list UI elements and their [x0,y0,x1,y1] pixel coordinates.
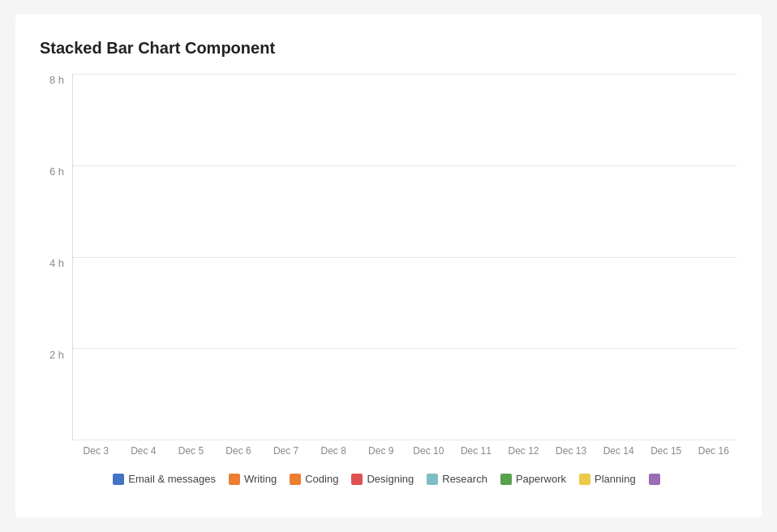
legend-label: Coding [305,473,338,485]
legend-label: Writing [244,473,277,485]
legend-item: Coding [290,473,338,485]
bar-group [264,74,311,440]
x-axis-label: Dec 4 [120,440,168,463]
bar-group [123,74,170,440]
legend: Email & messagesWritingCodingDesigningRe… [40,473,737,485]
legend-color-swatch [113,474,124,485]
legend-item: Writing [229,473,277,485]
x-axis-label: Dec 5 [167,440,215,463]
x-axis-label: Dec 8 [310,440,358,463]
x-axis-label: Dec 14 [595,440,642,463]
legend-color-swatch [290,474,301,485]
legend-label: Designing [367,473,414,485]
legend-color-swatch [649,474,660,485]
grid-line [73,440,737,440]
chart-area: 8 h6 h4 h2 h Dec 3Dec 4Dec 5Dec 6Dec 7De… [40,74,737,463]
bar-group [311,74,358,440]
chart-container: Stacked Bar Chart Component 8 h6 h4 h2 h… [15,15,762,517]
bar-group [452,74,499,440]
x-axis-label: Dec 10 [405,440,453,463]
legend-item: Email & messages [113,473,216,485]
bar-group [593,74,640,440]
y-axis-label: 6 h [49,165,64,178]
legend-color-swatch [427,474,438,485]
legend-color-swatch [579,474,590,485]
bars-row [72,74,737,440]
bar-group [405,74,452,440]
x-labels: Dec 3Dec 4Dec 5Dec 6Dec 7Dec 8Dec 9Dec 1… [72,440,737,463]
x-axis-label: Dec 11 [453,440,500,463]
legend-label: Email & messages [128,473,216,485]
bar-group [546,74,593,440]
bar-group [687,74,734,440]
x-axis-label: Dec 12 [500,440,547,463]
chart-title: Stacked Bar Chart Component [40,39,737,58]
bar-group [640,74,687,440]
legend-color-swatch [351,474,363,485]
bar-group [358,74,406,440]
legend-item: Planning [579,473,636,485]
x-axis-label: Dec 3 [72,440,120,463]
bar-group [217,74,264,440]
legend-item: Paperwork [500,473,566,485]
y-axis-label: 8 h [49,74,64,86]
x-axis-label: Dec 6 [215,440,263,463]
y-axis-label: 4 h [49,257,64,269]
legend-color-swatch [229,474,240,485]
x-axis-label: Dec 13 [547,440,595,463]
x-axis-label: Dec 7 [262,440,310,463]
legend-item: Research [427,473,487,485]
y-axis: 8 h6 h4 h2 h [40,74,72,463]
legend-item [649,473,664,485]
legend-label: Planning [595,473,636,485]
bars-and-xaxis: Dec 3Dec 4Dec 5Dec 6Dec 7Dec 8Dec 9Dec 1… [72,74,737,463]
bar-group [76,74,123,440]
legend-item: Designing [351,473,414,485]
legend-label: Research [442,473,487,485]
legend-label: Paperwork [516,473,566,485]
bar-group [170,74,217,440]
legend-color-swatch [500,474,512,485]
bar-group [499,74,546,440]
x-axis-label: Dec 15 [642,440,690,463]
x-axis-label: Dec 9 [357,440,405,463]
x-axis-label: Dec 16 [690,440,738,463]
y-axis-label: 2 h [49,349,64,361]
